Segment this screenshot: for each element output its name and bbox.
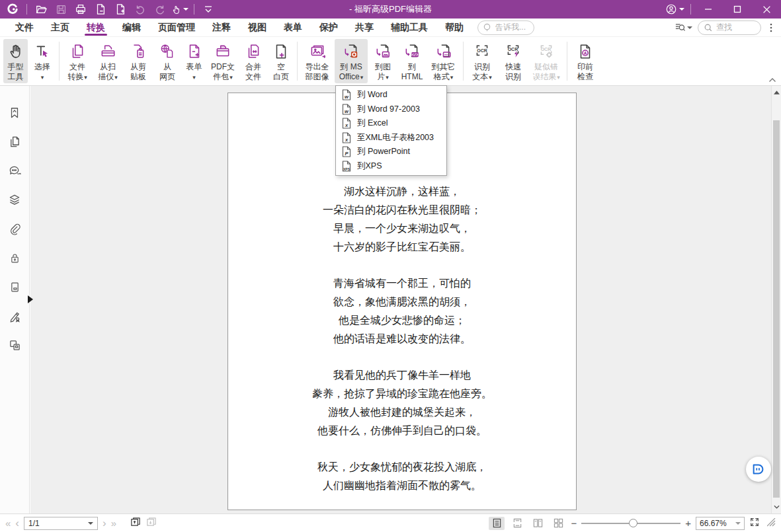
export-images-icon: [308, 41, 327, 62]
combine-files-button[interactable]: 合并 文件: [239, 39, 267, 83]
page-indicator: 1/1: [28, 519, 40, 528]
next-page-button[interactable]: [103, 517, 106, 529]
quad-view-button[interactable]: [550, 517, 566, 530]
zoom-out-button[interactable]: [571, 518, 577, 528]
undo-button[interactable]: [132, 1, 149, 17]
tab-home[interactable]: 主页: [42, 19, 78, 37]
zoom-in-button[interactable]: [685, 518, 691, 528]
tab-share[interactable]: 共享: [347, 19, 382, 37]
export-all-images-button[interactable]: 导出全 部图像: [301, 39, 333, 83]
bookmarks-panel-button[interactable]: [7, 106, 22, 119]
open-file-button[interactable]: [32, 1, 50, 17]
menu-item-to-xps[interactable]: XPS 到XPS: [336, 159, 446, 174]
to-html-button[interactable]: 到 HTML: [398, 39, 426, 83]
file-convert-button[interactable]: 文件 转换: [63, 39, 92, 83]
tab-help[interactable]: 帮助: [436, 19, 472, 37]
tab-accessibility[interactable]: 辅助工具: [382, 19, 436, 37]
redo-button[interactable]: [151, 1, 169, 17]
zoom-slider[interactable]: [581, 517, 680, 530]
account-button[interactable]: [661, 1, 688, 17]
minimize-button[interactable]: [694, 0, 723, 19]
to-other-format-button[interactable]: 到其它 格式: [427, 39, 460, 83]
signatures-panel-button[interactable]: [7, 309, 22, 323]
poem-stanza: 我看见他的兵丁像牛羊一样地 豢养，抢掠了异域的珍宝跪在他座旁。 游牧人被他封建的…: [228, 366, 576, 440]
comments-panel-button[interactable]: [7, 164, 22, 177]
poem-line: 欲念，象他满腮浓黑的胡须，: [228, 293, 576, 311]
cross-reference-panel-button[interactable]: [7, 338, 22, 352]
last-page-button[interactable]: [111, 518, 116, 528]
page-add-button[interactable]: [112, 1, 129, 17]
layers-panel-button[interactable]: [7, 193, 22, 206]
scrollbar-thumb[interactable]: [773, 120, 780, 498]
more-options-button[interactable]: [766, 22, 776, 33]
zoom-level-select[interactable]: 66.67%: [696, 517, 745, 530]
resize-grip-icon: [767, 518, 776, 527]
close-button[interactable]: [752, 0, 781, 19]
to-image-button[interactable]: 到图 片: [369, 39, 397, 83]
menu-item-to-excel[interactable]: x 到 Excel: [336, 116, 446, 131]
collapse-ribbon-button[interactable]: [766, 75, 778, 84]
page-number-input[interactable]: 1/1: [24, 517, 98, 530]
hand-tool-button[interactable]: 手型 工具: [3, 39, 28, 83]
resize-grip[interactable]: [767, 517, 776, 529]
form-button[interactable]: 表单: [182, 39, 206, 83]
tab-edit[interactable]: 编辑: [114, 19, 149, 37]
preflight-button[interactable]: A 印前 检查: [571, 39, 600, 83]
word-badge: w: [342, 94, 351, 100]
next-view-button[interactable]: [145, 516, 157, 530]
attachments-panel-button[interactable]: [7, 222, 22, 235]
menu-item-to-powerpoint[interactable]: P 到 PowerPoint: [336, 145, 446, 159]
pages-panel-button[interactable]: [7, 135, 22, 148]
find-input[interactable]: 查找: [698, 20, 761, 35]
tab-comment[interactable]: 注释: [204, 19, 239, 37]
continuous-view-button[interactable]: [509, 517, 525, 530]
zoom-box-caret: [735, 522, 741, 525]
from-clipboard-button[interactable]: 从剪 贴板: [124, 39, 153, 83]
customize-quick-access-button[interactable]: [200, 1, 217, 17]
next-view-icon: [145, 516, 157, 527]
tab-view[interactable]: 视图: [239, 19, 275, 37]
to-ms-office-button[interactable]: 到 MS Office: [335, 39, 368, 83]
touch-mode-button[interactable]: [171, 1, 188, 17]
previous-page-button[interactable]: [15, 517, 19, 529]
previous-view-button[interactable]: [130, 516, 141, 530]
recognize-text-button[interactable]: OCR 识别 文本: [467, 39, 497, 83]
scroll-down-button[interactable]: [772, 502, 781, 512]
single-page-view-button[interactable]: [489, 517, 505, 530]
advanced-search-button[interactable]: [675, 22, 692, 33]
status-bar: 1/1 66.67%: [0, 513, 781, 532]
from-web-button[interactable]: 从 网页: [154, 39, 181, 83]
menu-item-to-word[interactable]: w 到 Word: [336, 88, 446, 102]
svg-text:OCR: OCR: [477, 48, 487, 53]
save-button[interactable]: [52, 1, 69, 17]
destinations-panel-button[interactable]: [7, 280, 22, 293]
tab-organize[interactable]: 页面管理: [149, 19, 204, 37]
tab-form[interactable]: 表单: [275, 19, 311, 37]
vertical-scrollbar[interactable]: [771, 86, 781, 513]
scroll-up-button[interactable]: [772, 87, 781, 98]
menu-item-to-xml-spreadsheet-2003[interactable]: x 至XML电子表格2003: [336, 131, 446, 145]
from-clipboard-label: 贴板: [130, 72, 146, 82]
quick-recognize-button[interactable]: OCR 快速 识别: [499, 39, 528, 83]
security-panel-button[interactable]: [7, 251, 22, 264]
facing-view-button[interactable]: [530, 517, 546, 530]
blank-page-button[interactable]: 空 白页: [268, 39, 294, 83]
page-remove-button[interactable]: [92, 1, 109, 17]
print-button[interactable]: [72, 1, 89, 17]
menu-item-to-word-97-2003[interactable]: w 到 Word 97-2003: [336, 102, 446, 117]
zoom-value: 66.67%: [700, 519, 727, 528]
ai-assistant-button[interactable]: [746, 457, 771, 482]
tell-me-box[interactable]: 告诉我...: [477, 20, 534, 35]
expand-panel-handle[interactable]: [28, 295, 33, 303]
tab-file[interactable]: 文件: [7, 19, 42, 37]
fullscreen-button[interactable]: [749, 517, 760, 530]
scanner-icon: [99, 41, 116, 62]
tab-convert[interactable]: 转换: [78, 19, 114, 37]
tab-protect[interactable]: 保护: [311, 19, 347, 37]
maximize-button[interactable]: [723, 0, 752, 19]
select-button[interactable]: 选择: [29, 39, 56, 83]
from-scanner-button[interactable]: 从扫 描仪: [93, 39, 122, 83]
zoom-slider-handle[interactable]: [629, 519, 637, 527]
first-page-button[interactable]: [5, 518, 11, 528]
pdf-portfolio-button[interactable]: PDF文 件包: [208, 39, 238, 83]
